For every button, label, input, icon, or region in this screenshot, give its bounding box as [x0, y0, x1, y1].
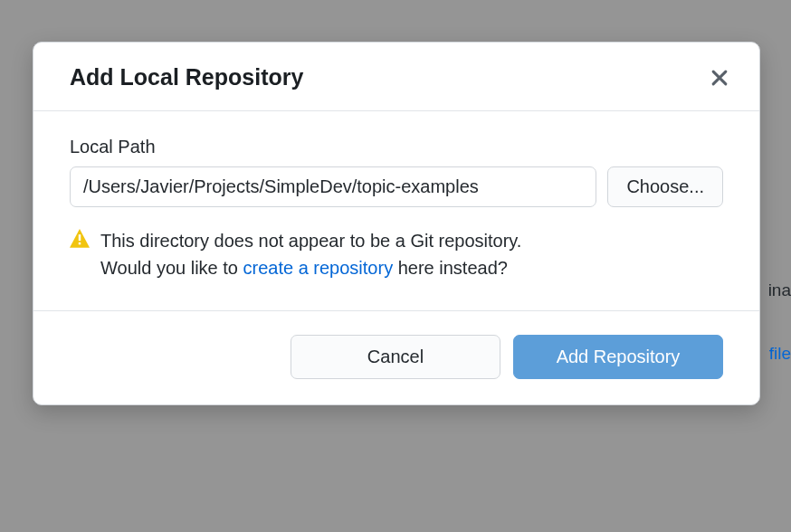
warning-message: This directory does not appear to be a G…	[70, 227, 723, 281]
svg-rect-1	[79, 242, 81, 244]
local-path-input[interactable]	[70, 166, 596, 207]
backdrop-link: file	[769, 344, 791, 364]
warning-line2-suffix: here instead?	[393, 258, 508, 278]
local-path-label: Local Path	[70, 137, 723, 157]
dialog-body: Local Path Choose... This directory does…	[33, 111, 759, 311]
add-repository-button[interactable]: Add Repository	[513, 335, 723, 379]
dialog-footer: Cancel Add Repository	[33, 311, 759, 404]
choose-button[interactable]: Choose...	[607, 166, 723, 207]
add-local-repository-dialog: Add Local Repository Local Path Choose..…	[33, 42, 760, 405]
create-repository-link[interactable]: create a repository	[243, 258, 394, 278]
backdrop-text: ina	[768, 280, 791, 300]
warning-line2-prefix: Would you like to	[100, 258, 243, 278]
close-button[interactable]	[709, 67, 730, 89]
dialog-title: Add Local Repository	[70, 64, 303, 90]
warning-icon	[70, 229, 90, 249]
local-path-row: Choose...	[70, 166, 723, 207]
cancel-button[interactable]: Cancel	[291, 335, 500, 379]
warning-line1: This directory does not appear to be a G…	[100, 231, 521, 251]
close-icon	[710, 68, 729, 88]
warning-text: This directory does not appear to be a G…	[100, 227, 521, 281]
svg-rect-0	[79, 234, 81, 241]
dialog-header: Add Local Repository	[33, 43, 759, 111]
